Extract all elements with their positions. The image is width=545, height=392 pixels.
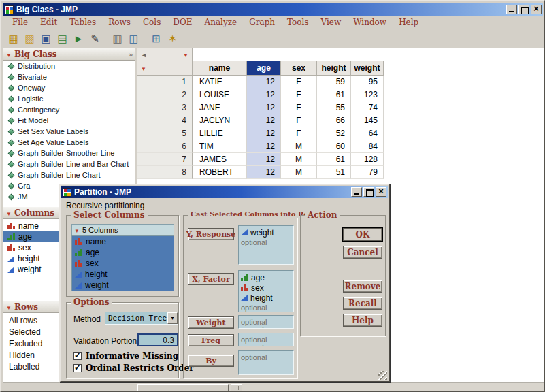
script-item[interactable]: Contingency xyxy=(3,104,135,115)
column-header-age-selected[interactable]: age xyxy=(247,61,281,76)
row-number-cell[interactable]: 1 xyxy=(137,76,193,88)
red-triangle-icon[interactable] xyxy=(6,302,12,312)
collapse-panels-icon[interactable] xyxy=(141,50,147,59)
recall-button[interactable]: Recall xyxy=(343,297,382,310)
close-button[interactable] xyxy=(531,5,542,14)
layout-icon[interactable]: ◫ xyxy=(126,31,142,46)
new-data-table-icon[interactable]: ▦ xyxy=(5,31,21,46)
menu-item[interactable]: View xyxy=(315,16,348,29)
age-cell[interactable]: 12 xyxy=(247,140,281,153)
columns-filter-header[interactable]: 5 Columns xyxy=(71,224,174,235)
dialog-maximize-button[interactable] xyxy=(363,187,374,197)
cancel-button[interactable]: Cancel xyxy=(343,246,382,259)
height-cell[interactable]: 61 xyxy=(317,153,351,166)
sex-cell[interactable]: F xyxy=(281,114,317,127)
ordinal-restricts-checkbox[interactable] xyxy=(73,364,82,372)
column-header-sex[interactable]: sex xyxy=(281,61,317,76)
sex-cell[interactable]: F xyxy=(281,76,317,88)
script-item[interactable]: Oneway xyxy=(3,82,135,93)
menu-item[interactable]: Edit xyxy=(34,16,63,29)
row-number-cell[interactable]: 7 xyxy=(137,153,193,166)
ok-button[interactable]: OK xyxy=(343,228,382,241)
help-button[interactable]: Help xyxy=(343,314,382,327)
resize-grip[interactable] xyxy=(378,371,387,380)
name-cell[interactable]: KATIE xyxy=(193,76,247,88)
column-header-height[interactable]: height xyxy=(317,61,351,76)
validation-portion-field[interactable]: 0.3 xyxy=(137,333,178,346)
horizontal-scrollbar[interactable] xyxy=(137,382,544,391)
script-item[interactable]: Fit Model xyxy=(3,115,135,126)
informative-missing-checkbox[interactable] xyxy=(73,352,82,360)
menu-item[interactable]: Tables xyxy=(63,16,102,29)
menu-item[interactable]: DOE xyxy=(167,16,198,29)
weight-cell[interactable]: 145 xyxy=(351,114,384,127)
height-cell[interactable]: 59 xyxy=(317,76,351,88)
sex-cell[interactable]: M xyxy=(281,166,317,179)
menu-item[interactable]: Help xyxy=(393,16,425,29)
menu-item[interactable]: Rows xyxy=(102,16,137,29)
row-number-cell[interactable]: 2 xyxy=(137,88,193,101)
name-cell[interactable]: JAMES xyxy=(193,153,247,166)
name-cell[interactable]: ROBERT xyxy=(193,166,247,179)
edit-script-icon[interactable]: ✎ xyxy=(87,31,103,46)
red-triangle-icon[interactable] xyxy=(6,208,12,218)
dialog-close-button[interactable] xyxy=(376,187,386,197)
method-dropdown[interactable]: Decision Tree xyxy=(105,312,178,325)
panel-collapse-icon[interactable] xyxy=(129,50,133,59)
script-item[interactable]: Set Age Value Labels xyxy=(3,137,135,148)
name-cell[interactable]: TIM xyxy=(193,140,247,153)
y-response-button[interactable]: Y, Response xyxy=(188,228,234,240)
by-role-box[interactable]: optional xyxy=(238,350,294,375)
scrollbar-thumb[interactable] xyxy=(137,384,229,391)
run-script-icon[interactable]: ► xyxy=(71,31,86,46)
menu-item[interactable]: Window xyxy=(347,16,393,29)
remove-button[interactable]: Remove xyxy=(343,280,382,293)
age-cell[interactable]: 12 xyxy=(247,101,281,114)
row-number-cell[interactable]: 5 xyxy=(137,127,193,140)
height-cell[interactable]: 55 xyxy=(317,101,351,114)
age-cell[interactable]: 12 xyxy=(247,127,281,140)
minimize-button[interactable] xyxy=(506,5,517,14)
weight-cell[interactable]: 74 xyxy=(351,101,384,114)
height-cell[interactable]: 60 xyxy=(317,140,351,153)
age-cell[interactable]: 12 xyxy=(247,88,281,101)
weight-cell[interactable]: 64 xyxy=(351,127,384,140)
column-header-weight[interactable]: weight xyxy=(351,61,384,76)
script-item[interactable]: Distribution xyxy=(3,61,135,71)
row-header-corner[interactable] xyxy=(137,61,193,76)
column-list-item[interactable]: height xyxy=(72,269,174,280)
data-grid-icon[interactable]: ⊞ xyxy=(148,31,164,46)
sex-cell[interactable]: M xyxy=(281,153,317,166)
weight-cell[interactable]: 84 xyxy=(351,140,384,153)
freq-role-box[interactable]: optional numeric xyxy=(238,333,294,346)
weight-cell[interactable]: 79 xyxy=(351,166,384,179)
menu-item[interactable]: Graph xyxy=(243,16,281,29)
x-factor-button[interactable]: X, Factor xyxy=(188,273,234,285)
script-item[interactable]: Bivariate xyxy=(3,71,135,82)
script-item[interactable]: Logistic xyxy=(3,93,135,104)
age-cell[interactable]: 12 xyxy=(247,114,281,127)
by-role-button[interactable]: By xyxy=(188,355,234,367)
script-item[interactable]: Graph Builder Line and Bar Chart xyxy=(3,159,135,169)
y-response-box[interactable]: weight optional xyxy=(238,225,294,265)
menu-item[interactable]: Analyze xyxy=(199,16,244,29)
dropdown-arrow-icon[interactable] xyxy=(167,312,178,324)
menu-item[interactable]: Cols xyxy=(137,16,167,29)
height-cell[interactable]: 61 xyxy=(317,88,351,101)
age-cell[interactable]: 12 xyxy=(247,153,281,166)
sex-cell[interactable]: F xyxy=(281,88,317,101)
script-item[interactable]: Graph Builder Line Chart xyxy=(3,169,135,180)
red-triangle-icon[interactable] xyxy=(183,50,188,59)
age-cell[interactable]: 12 xyxy=(247,76,281,88)
name-cell[interactable]: JACLYN xyxy=(193,114,247,127)
row-number-cell[interactable]: 3 xyxy=(137,101,193,114)
sex-cell[interactable]: F xyxy=(281,127,317,140)
import-icon[interactable]: ▤ xyxy=(54,31,70,46)
new-window-icon[interactable]: ✶ xyxy=(165,31,180,46)
weight-cell[interactable]: 128 xyxy=(351,153,384,166)
column-list-item[interactable]: weight xyxy=(72,280,174,291)
weight-cell[interactable]: 123 xyxy=(351,88,384,101)
role-item[interactable]: age xyxy=(241,272,293,282)
sex-cell[interactable]: M xyxy=(281,140,317,153)
column-list-item[interactable]: name xyxy=(72,236,174,247)
